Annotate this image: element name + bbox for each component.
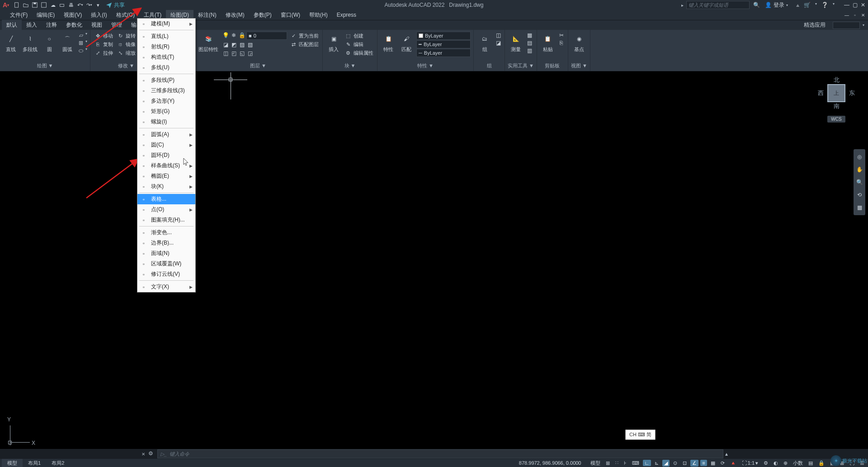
- menu-help[interactable]: 帮助(H): [305, 10, 332, 20]
- doc-close-icon[interactable]: ✕: [860, 12, 866, 18]
- rect-icon[interactable]: ▱: [77, 32, 85, 39]
- hatch-icon[interactable]: ⊞: [77, 39, 85, 47]
- nav-showmotion-icon[interactable]: ▦: [854, 203, 864, 212]
- lineweight-combo[interactable]: ━ ByLayer: [416, 40, 471, 48]
- set-current-button[interactable]: ✓置为当前: [289, 32, 320, 40]
- group-sub1-icon[interactable]: ◫: [495, 32, 502, 39]
- open-icon[interactable]: [22, 1, 30, 9]
- status-isodraft-icon[interactable]: ◢: [662, 460, 670, 467]
- menu-file[interactable]: 文件(F): [5, 10, 32, 20]
- group-button[interactable]: 🗂组: [476, 32, 493, 54]
- web-icon[interactable]: ☁: [49, 1, 57, 9]
- rtab-annotate[interactable]: 注释: [42, 19, 61, 31]
- new-icon[interactable]: [13, 1, 21, 9]
- status-otrack-icon[interactable]: ∠: [690, 460, 698, 467]
- layer-combo[interactable]: ■ 0: [246, 32, 287, 40]
- menu-view[interactable]: 视图(V): [59, 10, 86, 20]
- status-cycle-icon[interactable]: ⟳: [719, 460, 726, 466]
- status-ws-icon[interactable]: ◐: [772, 460, 780, 466]
- coordinates-display[interactable]: 878.9972, 986.9066, 0.0000: [517, 460, 583, 466]
- layer-b3-icon[interactable]: ▨: [238, 41, 245, 48]
- util-sub1-icon[interactable]: ▦: [526, 32, 533, 39]
- copy-clip-icon[interactable]: ⎘: [558, 39, 565, 47]
- status-lwt-icon[interactable]: ≡: [700, 460, 707, 466]
- status-annoscale-icon[interactable]: 🔺: [728, 460, 738, 466]
- tab-layout2[interactable]: 布局2: [46, 459, 70, 467]
- tab-layout1[interactable]: 布局1: [23, 459, 46, 467]
- saveas-icon[interactable]: [40, 1, 48, 9]
- basepoint-button[interactable]: ◉基点: [571, 32, 587, 54]
- nav-zoom-icon[interactable]: 🔍: [854, 177, 864, 187]
- util-sub3-icon[interactable]: ▥: [526, 47, 533, 54]
- group-sub2-icon[interactable]: ◪: [495, 39, 502, 47]
- app-logo[interactable]: A▾: [2, 1, 10, 9]
- layer-c4-icon[interactable]: ◲: [246, 50, 254, 57]
- status-gear-icon[interactable]: ⚙: [762, 460, 770, 466]
- paste-button[interactable]: 📋粘贴: [540, 32, 556, 54]
- minimize-icon[interactable]: —: [844, 2, 850, 8]
- menu-dimension[interactable]: 标注(N): [193, 10, 221, 20]
- status-transp-icon[interactable]: ▦: [709, 460, 717, 466]
- layer-b4-icon[interactable]: ▧: [246, 41, 254, 48]
- status-snap-icon[interactable]: ∷: [613, 460, 620, 466]
- layer-viz-icon[interactable]: 💡: [222, 32, 229, 39]
- menu-item-圆C[interactable]: ▫圆(C)▶: [137, 140, 195, 150]
- menu-modify[interactable]: 修改(M): [221, 10, 249, 20]
- create-block-button[interactable]: ⬚创建: [344, 32, 374, 40]
- status-model[interactable]: 模型: [589, 460, 602, 467]
- status-lock-icon[interactable]: 🔒: [816, 460, 826, 466]
- line-button[interactable]: ╱直线: [3, 32, 19, 54]
- menu-item-建模M[interactable]: ▫建模(M)▶: [137, 19, 195, 29]
- menu-item-多线U[interactable]: ▫多线(U): [137, 62, 195, 73]
- menu-item-修订云线V[interactable]: ▫修订云线(V): [137, 269, 195, 279]
- ribbon-state-box[interactable]: [833, 22, 860, 29]
- tab-model[interactable]: 模型: [2, 459, 23, 467]
- search-icon[interactable]: 🔍: [752, 1, 760, 9]
- polyline-button[interactable]: ⌇多段线: [21, 32, 39, 54]
- viewcube-top[interactable]: 上: [827, 84, 845, 102]
- cmdline-history-icon[interactable]: ▴: [725, 451, 732, 457]
- menu-item-表格[interactable]: ▫表格...: [137, 194, 195, 204]
- rtab-default[interactable]: 默认: [2, 19, 22, 31]
- menu-express[interactable]: Express: [332, 10, 361, 19]
- cut-icon[interactable]: ✂: [558, 32, 565, 39]
- rtab-featured[interactable]: 精选应用: [799, 19, 830, 31]
- status-annomon-icon[interactable]: ⊕: [782, 460, 789, 466]
- status-3dosnap-icon[interactable]: ⊡: [681, 460, 689, 466]
- layer-lock-icon[interactable]: 🔒: [238, 32, 245, 39]
- nav-wheel-icon[interactable]: ◎: [854, 152, 864, 162]
- status-polar-icon[interactable]: ⊾: [653, 460, 660, 466]
- viewcube[interactable]: 北 西 上 东 南 WCS: [814, 76, 859, 135]
- edit-block-button[interactable]: ✎编辑: [344, 40, 374, 48]
- util-sub2-icon[interactable]: ▤: [526, 39, 533, 47]
- nav-orbit-icon[interactable]: ⟲: [854, 190, 864, 200]
- menu-item-渐变色[interactable]: ▫渐变色...: [137, 227, 195, 238]
- edit-attr-button[interactable]: ⚙编辑属性: [344, 49, 374, 57]
- help-icon[interactable]: ❔: [821, 2, 828, 8]
- menu-item-多边形Y[interactable]: ▫多边形(Y): [137, 96, 195, 106]
- save-icon[interactable]: [31, 1, 39, 9]
- match-layer-button[interactable]: ⇄匹配图层: [289, 40, 320, 48]
- circle-button[interactable]: ○圆: [41, 32, 57, 54]
- status-quickprops-icon[interactable]: ▤: [807, 460, 815, 466]
- color-combo[interactable]: ByLayer: [416, 32, 471, 40]
- menu-item-块K[interactable]: ▫块(K)▶: [137, 181, 195, 192]
- login-button[interactable]: 👤 登录 ▾: [765, 1, 788, 9]
- menu-edit[interactable]: 编辑(E): [32, 10, 59, 20]
- menu-item-射线R[interactable]: ▫射线(R): [137, 42, 195, 52]
- close-icon[interactable]: ✕: [860, 2, 866, 8]
- match-props-button[interactable]: 🖌匹配: [398, 32, 415, 54]
- print-icon[interactable]: 🖶: [67, 1, 75, 9]
- layer-props-button[interactable]: 📚图层特性: [197, 32, 220, 54]
- menu-item-圆弧A[interactable]: ▫圆弧(A)▶: [137, 129, 195, 140]
- layer-c1-icon[interactable]: ◫: [222, 50, 229, 57]
- status-osnap-icon[interactable]: ⊙: [671, 460, 679, 466]
- menu-window[interactable]: 窗口(W): [276, 10, 305, 20]
- menu-item-边界B[interactable]: ▫边界(B)...: [137, 238, 195, 248]
- linetype-combo[interactable]: ─ ByLayer: [416, 49, 471, 57]
- status-infer-icon[interactable]: ⊦: [622, 460, 628, 466]
- rtab-insert[interactable]: 插入: [22, 19, 42, 31]
- menu-item-直线L[interactable]: ▫直线(L): [137, 31, 195, 42]
- layer-freeze-icon[interactable]: ❄: [230, 32, 237, 39]
- menu-item-面域N[interactable]: ▫面域(N): [137, 248, 195, 259]
